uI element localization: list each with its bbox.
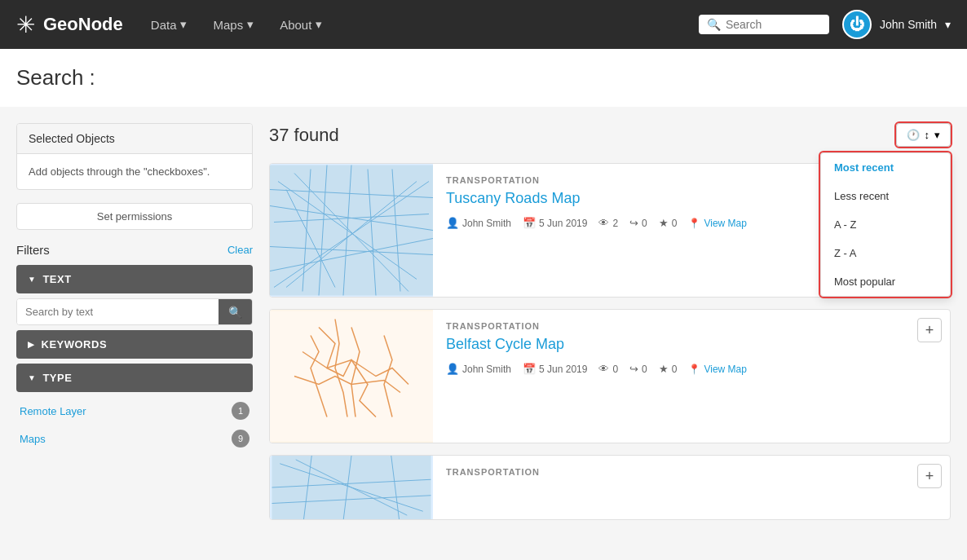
sort-button[interactable]: 🕐 ↕ ▾	[896, 123, 952, 147]
sort-option-z-a[interactable]: Z - A	[821, 239, 950, 267]
filters-label: Filters	[16, 243, 50, 257]
sort-dropdown: Most recent Less recent A - Z Z - A Most…	[820, 152, 951, 297]
result-card-third: TRANSPORTATION +	[269, 455, 951, 520]
chevron-down-icon: ▾	[180, 17, 187, 32]
user-menu[interactable]: John Smith ▾	[842, 10, 951, 39]
geonode-icon: ✳	[16, 11, 35, 38]
belfast-map-thumb	[270, 310, 433, 443]
result-body-third: TRANSPORTATION	[433, 456, 950, 519]
nav-data[interactable]: Data ▾	[139, 11, 199, 38]
type-item-remote-layer: Remote Layer 1	[16, 397, 253, 425]
view-map-link[interactable]: 📍 View Map	[688, 364, 746, 375]
user-avatar	[842, 10, 872, 39]
add-to-selection-button[interactable]: +	[917, 464, 942, 488]
result-thumb-third	[270, 456, 433, 519]
results-header: 37 found 🕐 ↕ ▾ Most recent Less recent A…	[269, 123, 951, 147]
nav-about[interactable]: About ▾	[268, 11, 333, 38]
sort-option-most-recent[interactable]: Most recent	[821, 153, 950, 182]
type-filter-list: Remote Layer 1 Maps 9	[16, 397, 253, 452]
chevron-down-icon: ▼	[28, 275, 36, 284]
maps-count: 9	[232, 430, 249, 448]
search-icon: 🔍	[707, 18, 721, 31]
keywords-filter-label: KEYWORDS	[42, 338, 108, 351]
star-icon: ★	[659, 363, 669, 375]
user-icon: 👤	[446, 217, 459, 229]
results-count: 37 found	[269, 125, 339, 146]
sort-option-most-popular[interactable]: Most popular	[821, 267, 950, 296]
third-map-thumb	[270, 456, 433, 519]
nav-search-input[interactable]	[726, 18, 821, 31]
share-icon: ↪	[629, 363, 638, 375]
result-title-belfast[interactable]: Belfast Cycle Map	[446, 336, 937, 353]
text-search-button[interactable]: 🔍	[219, 299, 252, 324]
logo[interactable]: ✳ GeoNode	[16, 11, 123, 38]
tuscany-map-thumb	[270, 164, 433, 297]
filters-header: Filters Clear	[16, 243, 253, 257]
svg-rect-0	[270, 165, 433, 296]
text-search-input[interactable]	[17, 299, 219, 324]
result-card-belfast: TRANSPORTATION Belfast Cycle Map 👤 John …	[269, 309, 951, 443]
user-name: John Smith	[880, 18, 937, 31]
calendar-icon: 📅	[523, 363, 536, 375]
result-category: TRANSPORTATION	[446, 467, 937, 477]
page-content: Selected Objects Add objects through the…	[0, 107, 967, 548]
result-favorites: ★ 0	[659, 363, 678, 375]
result-views: 👁 2	[598, 217, 618, 229]
text-filter-toggle[interactable]: ▼ TEXT	[16, 265, 253, 293]
nav-links: Data ▾ Maps ▾ About ▾	[139, 11, 699, 38]
selected-objects-body: Add objects through the "checkboxes".	[17, 154, 252, 189]
add-to-selection-button[interactable]: +	[917, 318, 942, 342]
result-thumb-tuscany	[270, 164, 433, 297]
sort-label: ↕	[925, 129, 930, 141]
sort-option-less-recent[interactable]: Less recent	[821, 182, 950, 210]
result-author: 👤 John Smith	[446, 363, 511, 375]
user-icon: 👤	[446, 363, 459, 375]
result-shares: ↪ 0	[629, 363, 647, 375]
eye-icon: 👁	[598, 217, 609, 229]
sort-icon: 🕐	[907, 129, 920, 141]
result-category: TRANSPORTATION	[446, 321, 937, 331]
map-pin-icon: 📍	[688, 364, 700, 375]
result-thumb-belfast	[270, 310, 433, 443]
nav-maps[interactable]: Maps ▾	[201, 11, 265, 38]
remote-layer-link[interactable]: Remote Layer	[20, 405, 86, 417]
chevron-down-icon: ▾	[247, 17, 254, 32]
sort-container: 🕐 ↕ ▾ Most recent Less recent A - Z Z - …	[896, 123, 952, 147]
set-permissions-button[interactable]: Set permissions	[16, 203, 253, 230]
map-pin-icon: 📍	[688, 218, 700, 229]
chevron-down-icon: ▾	[316, 17, 322, 32]
type-filter-toggle[interactable]: ▼ TYPE	[16, 364, 253, 392]
clear-filters-button[interactable]: Clear	[227, 244, 253, 256]
sidebar: Selected Objects Add objects through the…	[16, 123, 253, 531]
type-item-maps: Maps 9	[16, 425, 253, 452]
result-author: 👤 John Smith	[446, 217, 511, 229]
result-date: 📅 5 Jun 2019	[523, 217, 587, 229]
result-views: 👁 0	[598, 363, 618, 375]
share-icon: ↪	[629, 217, 638, 229]
text-search-box: 🔍	[16, 298, 253, 325]
view-map-link[interactable]: 📍 View Map	[688, 218, 746, 229]
chevron-down-icon: ▾	[945, 18, 951, 31]
result-date: 📅 5 Jun 2019	[523, 363, 587, 375]
sort-chevron-icon: ▾	[934, 129, 940, 141]
chevron-down-icon: ▼	[28, 373, 36, 382]
remote-layer-count: 1	[232, 402, 249, 420]
star-icon: ★	[659, 217, 669, 229]
navbar: ✳ GeoNode Data ▾ Maps ▾ About ▾ 🔍 John S…	[0, 0, 967, 49]
calendar-icon: 📅	[523, 217, 536, 229]
result-shares: ↪ 0	[629, 217, 647, 229]
selected-objects-header: Selected Objects	[17, 124, 252, 154]
maps-link[interactable]: Maps	[20, 433, 46, 445]
eye-icon: 👁	[598, 363, 609, 375]
sort-option-a-z[interactable]: A - Z	[821, 210, 950, 239]
type-filter-label: TYPE	[42, 372, 72, 384]
result-meta-belfast: 👤 John Smith 📅 5 Jun 2019 👁 0 ↪ 0	[446, 363, 937, 375]
result-body-belfast: TRANSPORTATION Belfast Cycle Map 👤 John …	[433, 310, 950, 443]
keywords-filter-toggle[interactable]: ▶ KEYWORDS	[16, 330, 253, 359]
text-filter-label: TEXT	[42, 273, 71, 285]
main-content: 37 found 🕐 ↕ ▾ Most recent Less recent A…	[269, 123, 951, 531]
logo-text: GeoNode	[43, 14, 123, 35]
chevron-right-icon: ▶	[28, 340, 35, 349]
nav-search-box: 🔍	[699, 15, 829, 34]
selected-objects-box: Selected Objects Add objects through the…	[16, 123, 253, 190]
